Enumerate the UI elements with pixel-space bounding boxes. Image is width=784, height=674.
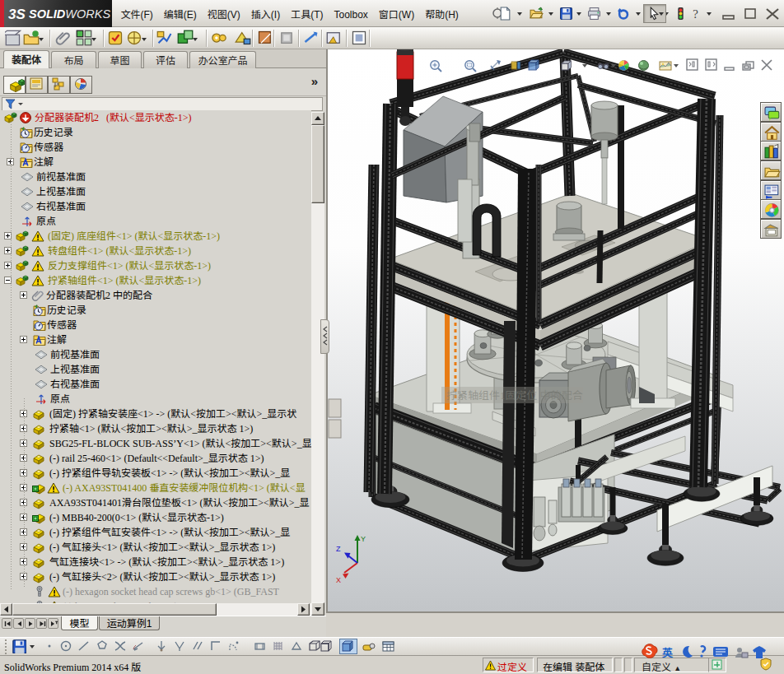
svg-text:Y: Y bbox=[361, 535, 366, 543]
svg-text:SOLIDWORKS: SOLIDWORKS bbox=[29, 7, 110, 21]
svg-text:3S: 3S bbox=[8, 7, 26, 22]
svg-text:Z: Z bbox=[336, 545, 341, 553]
svg-text:X: X bbox=[336, 576, 341, 584]
svg-text:拧紧轴组件1固定位 中的配合: 拧紧轴组件1固定位 中的配合 bbox=[446, 387, 583, 402]
